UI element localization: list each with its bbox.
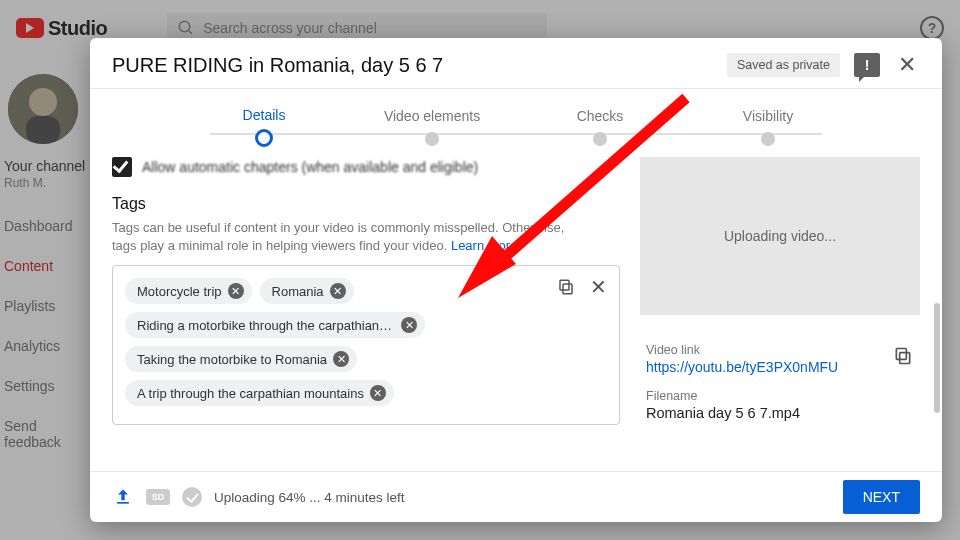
preview-panel: Uploading video... Video link https://yo…	[640, 153, 920, 471]
remove-tag-icon[interactable]: ✕	[330, 283, 346, 299]
modal-header: PURE RIDING in Romania, day 5 6 7 Saved …	[90, 38, 942, 88]
help-icon[interactable]: ?	[920, 16, 944, 40]
auto-chapters-label: Allow automatic chapters (when available…	[142, 159, 478, 175]
sidebar-item-analytics[interactable]: Analytics	[4, 338, 90, 354]
details-panel: Allow automatic chapters (when available…	[112, 153, 620, 471]
step-dot-icon	[425, 132, 439, 146]
step-details[interactable]: Details	[180, 107, 348, 147]
tag-chip[interactable]: A trip through the carpathian mountains✕	[125, 380, 394, 406]
sidebar-item-dashboard[interactable]: Dashboard	[4, 218, 90, 234]
tags-learn-more-link[interactable]: Learn more	[451, 238, 517, 253]
svg-rect-4	[26, 116, 60, 144]
video-link-label: Video link	[646, 343, 892, 357]
auto-chapters-checkbox[interactable]: Allow automatic chapters (when available…	[112, 157, 620, 177]
feedback-icon[interactable]: !	[854, 53, 880, 77]
svg-line-1	[188, 30, 192, 34]
tag-chip[interactable]: Romania✕	[260, 278, 354, 304]
step-dot-icon	[593, 132, 607, 146]
studio-logo[interactable]: Studio	[16, 17, 107, 40]
copy-link-icon[interactable]	[892, 345, 914, 367]
step-checks[interactable]: Checks	[516, 108, 684, 146]
your-channel-label: Your channel	[4, 158, 85, 174]
sidebar-item-content[interactable]: Content	[4, 258, 90, 274]
tag-chip-label: Riding a motorbike through the carpathia…	[137, 318, 395, 333]
video-preview-placeholder: Uploading video...	[640, 157, 920, 315]
search-placeholder: Search across your channel	[203, 20, 377, 36]
studio-sidebar: Your channel Ruth M. Dashboard Content P…	[0, 56, 90, 540]
tag-chip-label: Romania	[272, 284, 324, 299]
modal-title: PURE RIDING in Romania, day 5 6 7	[112, 54, 443, 77]
copy-icon[interactable]	[555, 276, 577, 298]
upload-progress-text: Uploading 64% ... 4 minutes left	[214, 490, 405, 505]
svg-rect-9	[117, 502, 129, 504]
step-dot-icon	[761, 132, 775, 146]
step-dot-icon	[255, 129, 273, 147]
sd-processing-icon: SD	[146, 489, 170, 505]
filename-label: Filename	[646, 389, 914, 403]
sidebar-item-playlists[interactable]: Playlists	[4, 298, 90, 314]
step-visibility[interactable]: Visibility	[684, 108, 852, 146]
svg-rect-5	[563, 284, 572, 294]
avatar[interactable]	[8, 74, 78, 144]
svg-rect-7	[900, 353, 910, 364]
svg-point-3	[29, 88, 57, 116]
sidebar-item-settings[interactable]: Settings	[4, 378, 90, 394]
saved-state-chip: Saved as private	[727, 53, 840, 77]
remove-tag-icon[interactable]: ✕	[333, 351, 349, 367]
close-icon[interactable]: ✕	[894, 52, 920, 78]
channel-name: Ruth M.	[4, 176, 46, 190]
svg-rect-8	[896, 349, 906, 360]
step-video-elements[interactable]: Video elements	[348, 108, 516, 146]
svg-rect-6	[560, 281, 569, 291]
video-link[interactable]: https://youtu.be/tyE3PX0nMFU	[646, 359, 892, 375]
tag-chip[interactable]: Taking the motorbike to Romania✕	[125, 346, 357, 372]
remove-tag-icon[interactable]: ✕	[370, 385, 386, 401]
filename-value: Romania day 5 6 7.mp4	[646, 405, 914, 421]
tags-input[interactable]: ✕ Motorcycle trip✕Romania✕Riding a motor…	[112, 265, 620, 425]
modal-footer: SD Uploading 64% ... 4 minutes left NEXT	[90, 471, 942, 522]
svg-point-0	[179, 21, 190, 32]
upload-stepper: Details Video elements Checks Visibility	[90, 89, 942, 153]
clear-tags-icon[interactable]: ✕	[587, 276, 609, 298]
tag-chip[interactable]: Riding a motorbike through the carpathia…	[125, 312, 425, 338]
tags-heading: Tags	[112, 195, 620, 213]
next-button[interactable]: NEXT	[843, 480, 920, 514]
sidebar-item-feedback[interactable]: Send feedback	[4, 418, 90, 450]
scrollbar[interactable]	[934, 303, 940, 413]
youtube-play-icon	[16, 18, 44, 38]
tag-chip[interactable]: Motorcycle trip✕	[125, 278, 252, 304]
upload-icon	[112, 486, 134, 508]
tags-description: Tags can be useful if content in your vi…	[112, 219, 592, 255]
search-icon	[177, 19, 195, 37]
remove-tag-icon[interactable]: ✕	[401, 317, 417, 333]
tag-chip-label: A trip through the carpathian mountains	[137, 386, 364, 401]
app-name: Studio	[48, 17, 107, 40]
tag-chip-label: Motorcycle trip	[137, 284, 222, 299]
tag-chip-label: Taking the motorbike to Romania	[137, 352, 327, 367]
checkbox-checked-icon	[112, 157, 132, 177]
remove-tag-icon[interactable]: ✕	[228, 283, 244, 299]
upload-modal: PURE RIDING in Romania, day 5 6 7 Saved …	[90, 38, 942, 522]
checks-pending-icon	[182, 487, 202, 507]
